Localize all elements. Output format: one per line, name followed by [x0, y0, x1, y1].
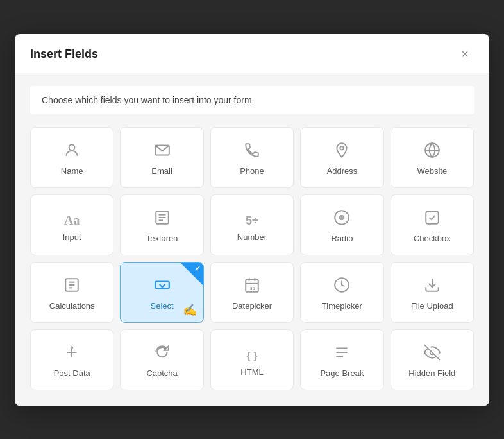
modal-title: Insert Fields [30, 47, 98, 61]
field-card-hiddenfield[interactable]: Hidden Field [391, 329, 474, 390]
select-label: Select [151, 301, 174, 311]
field-card-postdata[interactable]: Post Data [30, 329, 113, 390]
field-card-captcha[interactable]: Captcha [120, 329, 203, 390]
email-label: Email [151, 166, 172, 176]
svg-text:31: 31 [250, 285, 255, 291]
modal-header: Insert Fields × [15, 34, 489, 73]
field-card-phone[interactable]: Phone [210, 127, 294, 188]
website-label: Website [417, 166, 447, 176]
cursor-pointer-icon: ✍ [183, 303, 197, 317]
datepicker-icon: 31 [244, 277, 260, 296]
address-icon [333, 142, 350, 161]
html-icon: { } [247, 345, 258, 362]
field-card-checkbox[interactable]: Checkbox [391, 194, 474, 255]
fileupload-label: File Upload [411, 301, 453, 311]
number-label: Number [237, 232, 267, 242]
textarea-icon [154, 209, 171, 228]
svg-point-26 [71, 346, 73, 349]
field-card-pagebreak[interactable]: Page Break [300, 329, 383, 390]
name-label: Name [61, 166, 83, 176]
modal-body: Choose which fields you want to insert i… [15, 73, 489, 406]
timepicker-label: Timepicker [322, 301, 362, 311]
field-card-fileupload[interactable]: File Upload [391, 262, 474, 323]
select-icon [154, 277, 171, 296]
captcha-label: Captcha [146, 368, 177, 378]
field-card-website[interactable]: Website [391, 127, 474, 188]
radio-icon [333, 209, 350, 228]
hiddenfield-label: Hidden Field [408, 368, 455, 378]
calculations-icon [63, 277, 80, 296]
pagebreak-icon [333, 344, 350, 363]
close-button[interactable]: × [456, 46, 474, 64]
field-card-html[interactable]: { }HTML [210, 329, 294, 390]
name-icon [63, 142, 80, 161]
field-card-select[interactable]: Select✍ [120, 262, 203, 323]
radio-label: Radio [331, 234, 353, 243]
checkbox-icon [424, 209, 441, 228]
svg-point-0 [69, 144, 75, 150]
field-card-timepicker[interactable]: Timepicker [300, 262, 383, 323]
postdata-label: Post Data [54, 368, 90, 378]
svg-point-2 [340, 146, 344, 150]
field-card-address[interactable]: Address [300, 127, 383, 188]
hiddenfield-icon [424, 344, 441, 363]
phone-label: Phone [240, 166, 264, 176]
fields-grid: NameEmailPhoneAddressWebsiteAaInputTexta… [30, 127, 474, 390]
checkbox-label: Checkbox [414, 234, 451, 243]
svg-rect-11 [426, 211, 439, 224]
field-card-name[interactable]: Name [30, 127, 113, 188]
svg-point-10 [339, 214, 345, 220]
address-label: Address [327, 166, 358, 176]
field-card-textarea[interactable]: Textarea [120, 194, 203, 255]
fileupload-icon [424, 277, 441, 296]
field-card-email[interactable]: Email [120, 127, 203, 188]
pagebreak-label: Page Break [320, 368, 364, 378]
field-card-calculations[interactable]: Calculations [30, 262, 113, 323]
calculations-label: Calculations [49, 301, 95, 311]
modal-description: Choose which fields you want to insert i… [30, 86, 474, 114]
field-card-input[interactable]: AaInput [30, 194, 113, 255]
field-card-radio[interactable]: Radio [300, 194, 383, 255]
input-label: Input [63, 232, 81, 242]
number-icon: 5÷ [246, 211, 258, 227]
field-card-datepicker[interactable]: 31Datepicker [210, 262, 294, 323]
captcha-icon [154, 344, 171, 363]
textarea-label: Textarea [146, 234, 178, 243]
field-card-number[interactable]: 5÷Number [210, 194, 294, 255]
datepicker-label: Datepicker [232, 301, 272, 311]
website-icon [424, 142, 441, 161]
postdata-icon [63, 344, 80, 363]
insert-fields-modal: Insert Fields × Choose which fields you … [15, 34, 489, 406]
html-label: HTML [240, 367, 263, 377]
modal-overlay: Insert Fields × Choose which fields you … [0, 0, 504, 439]
input-icon: Aa [64, 211, 80, 227]
timepicker-icon [333, 277, 350, 296]
phone-icon [244, 142, 260, 161]
email-icon [154, 142, 171, 161]
